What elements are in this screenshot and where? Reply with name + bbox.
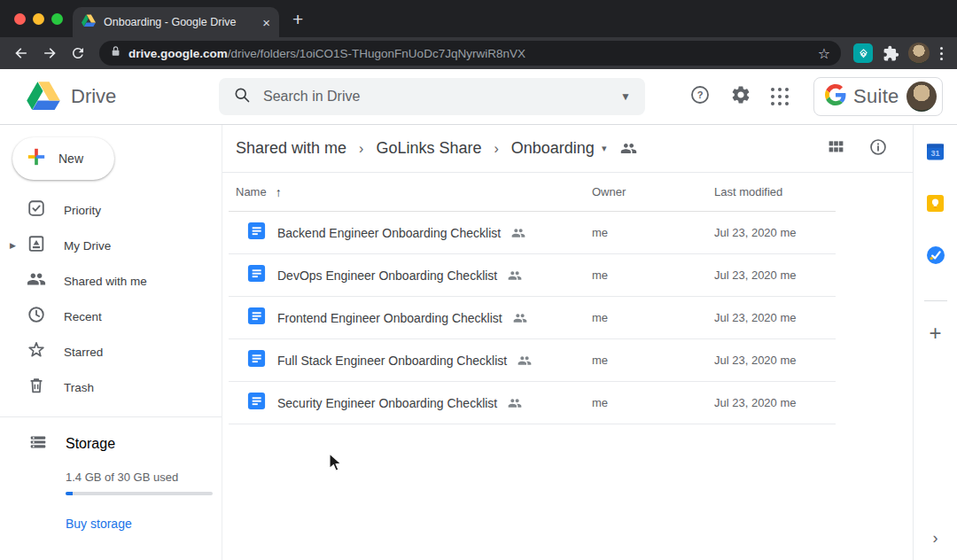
add-addon-icon[interactable]: + — [929, 321, 941, 346]
google-keep-icon[interactable] — [926, 194, 945, 216]
storage-usage-text: 1.4 GB of 30 GB used — [66, 471, 222, 484]
main-content: Shared with me › GoLinks Share › Onboard… — [222, 125, 913, 560]
sidebar-item-my-drive[interactable]: ▶ My Drive — [0, 228, 222, 263]
svg-text:?: ? — [697, 89, 704, 100]
account-avatar[interactable] — [906, 82, 937, 112]
browser-menu-icon[interactable] — [937, 47, 946, 60]
gsuite-label: Suite — [853, 85, 899, 108]
file-name: Frontend Engineer Onboarding Checklist — [277, 311, 502, 325]
sidebar-item-recent[interactable]: Recent — [0, 299, 222, 334]
file-owner: me — [592, 311, 714, 324]
google-g-icon — [825, 84, 846, 109]
new-button[interactable]: New — [12, 137, 114, 180]
sidebar-item-priority[interactable]: Priority — [0, 192, 222, 228]
info-icon[interactable] — [868, 137, 888, 160]
breadcrumb-item-onboarding[interactable]: Onboarding — [511, 139, 595, 158]
url-domain: drive.google.com — [128, 47, 228, 60]
breadcrumb-item-shared-with-me[interactable]: Shared with me — [236, 139, 346, 158]
view-actions — [827, 137, 888, 160]
file-owner: me — [592, 354, 714, 367]
file-owner: me — [592, 268, 714, 282]
search-bar[interactable]: ▼ — [219, 78, 645, 115]
table-row[interactable]: Security Engineer Onboarding Checklist m… — [229, 382, 836, 424]
breadcrumb-item-golinks-share[interactable]: GoLinks Share — [376, 139, 481, 158]
google-tasks-icon[interactable] — [926, 245, 945, 268]
address-bar[interactable]: drive.google.com/drive/folders/1oiCO1S-T… — [99, 41, 841, 66]
tab-title: Onboarding - Google Drive — [104, 16, 254, 28]
my-drive-icon — [27, 234, 46, 257]
grid-view-icon[interactable] — [827, 137, 845, 159]
storage-label: Storage — [66, 436, 115, 452]
sort-ascending-icon[interactable]: ↑ — [276, 185, 282, 199]
column-header-name[interactable]: Name — [236, 185, 267, 198]
shared-with-me-icon — [27, 269, 46, 292]
shared-people-icon — [517, 354, 532, 368]
sidebar-item-label: Trash — [64, 381, 94, 394]
folder-shared-people-icon — [620, 140, 637, 157]
table-row[interactable]: Backend Engineer Onboarding Checklist me… — [229, 212, 836, 254]
drive-favicon-icon — [82, 14, 96, 30]
settings-gear-icon[interactable] — [730, 84, 751, 109]
column-header-last-modified[interactable]: Last modified — [714, 185, 782, 198]
minimize-window-button[interactable] — [33, 13, 44, 25]
browser-profile-avatar[interactable] — [908, 43, 930, 64]
rail-divider — [924, 300, 947, 301]
new-tab-button[interactable]: + — [292, 9, 303, 30]
drive-logo[interactable]: Drive — [0, 81, 219, 113]
close-window-button[interactable] — [14, 13, 26, 25]
new-plus-icon — [27, 147, 46, 170]
bookmark-star-icon[interactable]: ☆ — [818, 45, 830, 62]
expand-arrow-icon[interactable]: ▶ — [10, 241, 16, 250]
side-panel-rail: 31 + › — [913, 125, 957, 560]
file-last-modified: Jul 23, 2020 me — [714, 396, 797, 409]
search-options-caret-icon[interactable]: ▼ — [620, 90, 631, 103]
sidebar-nav: Priority ▶ My Drive Shared with me — [0, 192, 222, 405]
reload-icon[interactable] — [67, 43, 89, 64]
forward-icon[interactable] — [39, 43, 60, 64]
extensions-puzzle-icon[interactable] — [880, 43, 901, 64]
browser-tab[interactable]: Onboarding - Google Drive × — [73, 7, 279, 37]
table-row[interactable]: Full Stack Engineer Onboarding Checklist… — [229, 339, 836, 382]
fullscreen-window-button[interactable] — [51, 13, 63, 25]
sidebar-item-trash[interactable]: Trash — [0, 369, 222, 405]
sidebar-item-shared-with-me[interactable]: Shared with me — [0, 263, 222, 299]
back-icon[interactable] — [11, 43, 32, 64]
header-icons: ? — [689, 84, 789, 109]
file-name: Full Stack Engineer Onboarding Checklist — [277, 354, 507, 368]
close-tab-icon[interactable]: × — [262, 16, 270, 29]
search-icon[interactable] — [233, 86, 251, 107]
folder-menu-caret-icon[interactable]: ▾ — [602, 143, 607, 154]
screen: Onboarding - Google Drive × + drive.goog… — [0, 0, 957, 560]
sidebar-item-label: Priority — [64, 204, 101, 217]
file-name: Security Engineer Onboarding Checklist — [277, 396, 497, 410]
lock-icon — [110, 45, 121, 61]
table-row[interactable]: DevOps Engineer Onboarding Checklist me … — [229, 254, 836, 297]
recent-icon — [27, 305, 46, 328]
table-row[interactable]: Frontend Engineer Onboarding Checklist m… — [229, 297, 836, 339]
url-text: drive.google.com/drive/folders/1oiCO1S-T… — [128, 47, 811, 60]
drive-logo-icon — [27, 81, 60, 113]
gsuite-badge[interactable]: Suite — [813, 77, 943, 116]
buy-storage-link[interactable]: Buy storage — [66, 517, 132, 531]
sidebar-item-label: My Drive — [64, 239, 111, 253]
window-controls — [14, 13, 63, 25]
shared-people-icon — [508, 396, 522, 410]
shared-people-icon — [513, 311, 527, 325]
golinks-extension-icon[interactable] — [853, 43, 873, 63]
drive-logo-text: Drive — [71, 85, 116, 108]
google-calendar-icon[interactable]: 31 — [926, 143, 945, 165]
file-last-modified: Jul 23, 2020 me — [714, 226, 797, 239]
expand-panel-chevron-icon[interactable]: › — [933, 529, 938, 548]
starred-icon — [27, 340, 46, 363]
breadcrumb-separator-icon: › — [359, 141, 363, 157]
column-header-owner[interactable]: Owner — [592, 185, 714, 198]
sidebar-divider — [0, 416, 222, 417]
sidebar-item-starred[interactable]: Starred — [0, 334, 222, 369]
file-table-body: Backend Engineer Onboarding Checklist me… — [229, 212, 836, 424]
sidebar-item-storage[interactable]: Storage — [0, 424, 222, 463]
apps-grid-icon[interactable] — [771, 88, 789, 105]
google-docs-icon — [246, 306, 267, 330]
search-input[interactable] — [263, 89, 608, 105]
file-table: Name ↑ Owner Last modified Backend Engin… — [229, 173, 836, 424]
help-icon[interactable]: ? — [689, 84, 711, 109]
